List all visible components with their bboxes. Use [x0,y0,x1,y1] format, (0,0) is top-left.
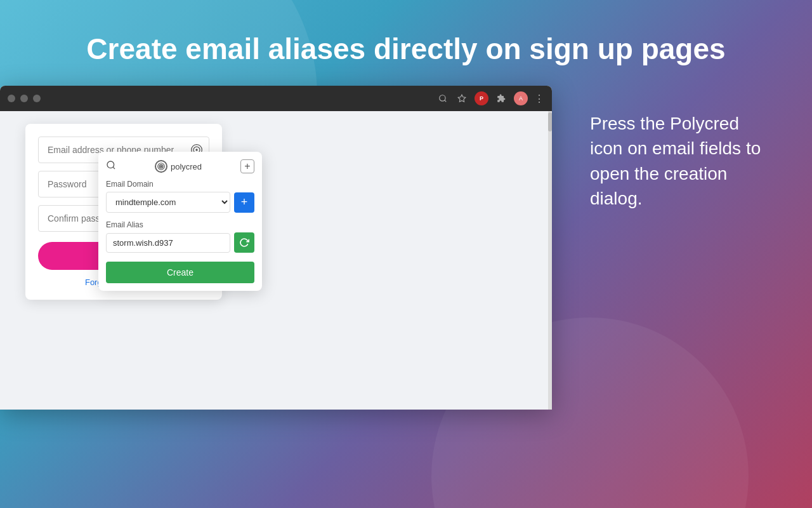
svg-line-1 [445,100,447,102]
right-panel: Press the Polycred icon on email fields … [552,86,812,211]
refresh-alias-button[interactable] [234,232,254,253]
email-alias-label: Email Alias [106,220,254,229]
polycred-search-icon[interactable] [106,160,116,173]
page-title: Create email aliases directly on sign up… [13,32,799,67]
right-panel-text: Press the Polycred icon on email fields … [590,111,774,211]
browser-toolbar: P A ⋮ [436,91,544,105]
header-section: Create email aliases directly on sign up… [0,0,812,86]
maximize-button[interactable]: □ [20,95,28,102]
polycred-extension-icon[interactable]: P [475,91,488,105]
domain-select[interactable]: mindtemple.com gmail.com yahoo.com [106,192,230,213]
create-button[interactable]: Create [106,262,254,283]
browser-chrome: — □ × P [0,86,552,111]
browser-content: Register Forgotten password? [0,111,552,410]
minimize-button[interactable]: — [8,95,15,102]
zoom-icon[interactable] [436,92,449,105]
polycred-logo-icon [155,160,167,173]
polycred-logo: polycred [155,160,202,173]
window-controls: — □ × [8,95,41,102]
browser-mockup: — □ × P [0,86,552,410]
add-domain-button[interactable]: + [234,192,254,213]
domain-row: mindtemple.com gmail.com yahoo.com + [106,192,254,213]
more-options-icon[interactable]: ⋮ [534,93,544,105]
svg-point-0 [440,95,445,101]
polycred-logo-text: polycred [171,162,202,171]
close-button[interactable]: × [33,95,41,102]
svg-point-6 [107,161,114,168]
polycred-add-button[interactable]: + [240,159,254,173]
svg-line-7 [113,167,115,169]
svg-point-10 [160,166,162,167]
profile-icon[interactable]: A [514,91,528,105]
alias-row [106,232,254,253]
bookmark-icon[interactable] [455,92,468,105]
polycred-dropdown: polycred + Email Domain mindtemple.com g… [98,152,262,291]
email-domain-label: Email Domain [106,180,254,189]
main-content: — □ × P [0,86,812,508]
extensions-icon[interactable] [495,92,508,105]
alias-input[interactable] [106,233,230,253]
svg-point-5 [195,149,197,151]
svg-marker-2 [458,95,466,102]
polycred-dropdown-header: polycred + [106,159,254,173]
